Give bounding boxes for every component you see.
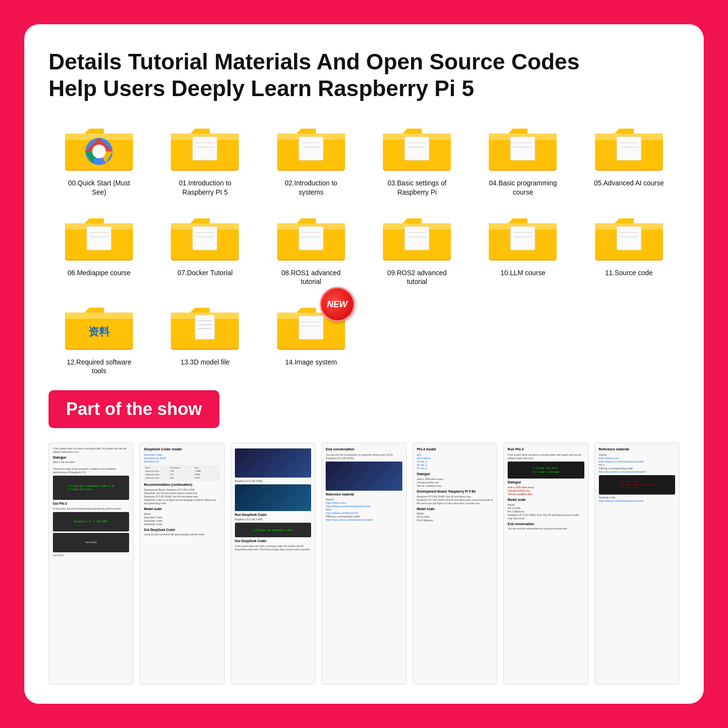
folder-item-f03[interactable]: 03.Basic settings of Raspberry Pi: [366, 116, 467, 196]
folder-label-f09: 09.ROS2 advanced tutorial: [378, 268, 456, 286]
svg-rect-18: [87, 227, 111, 250]
folder-icon-f06: [60, 206, 138, 265]
folder-item-f02[interactable]: 02.Introduction to systems: [261, 116, 362, 196]
folder-icon-f04: [484, 116, 562, 175]
folder-item-f01[interactable]: 01.Introduction to Raspberry PI 5: [154, 116, 255, 196]
folder-label-f12: 12.Required software tools: [60, 358, 138, 375]
svg-rect-15: [617, 137, 641, 160]
folder-item-f06[interactable]: 06.Mediapipe course: [49, 206, 149, 286]
svg-rect-6: [299, 137, 323, 160]
doc-page-7: Reference material Ollamahttps://ollama.…: [595, 443, 679, 685]
folder-icon-f09: [378, 206, 456, 265]
folder-label-f04: 04.Basic programming course: [484, 179, 562, 196]
folder-icon-f08: [272, 206, 350, 265]
folders-grid: 00.Quick Start (Must See) 01.Introductio…: [49, 116, 679, 375]
part-of-show-banner: Part of the show: [49, 390, 219, 428]
folder-item-f05[interactable]: 05.Advanced AI course: [579, 116, 679, 196]
folder-icon-f13: [166, 296, 244, 354]
folder-icon-f02: [272, 116, 350, 175]
documents-row: If the system does not have a running mo…: [49, 443, 679, 685]
folder-item-f10[interactable]: 10.LLM course: [472, 206, 573, 286]
folder-icon-f07: [166, 206, 244, 265]
folder-label-f02: 02.Introduction to systems: [272, 179, 350, 196]
folder-label-f14: 14.Image system: [285, 358, 337, 366]
new-badge: NEW: [320, 287, 355, 322]
folder-label-f00: 00.Quick Start (Must See): [60, 179, 138, 196]
folder-item-f13[interactable]: 13.3D model file: [154, 296, 255, 375]
folder-label-f03: 03.Basic settings of Raspberry Pi: [378, 179, 456, 196]
folder-label-f01: 01.Introduction to Raspberry PI 5: [166, 179, 244, 196]
title-line2: Help Users Deeply Learn Raspberry Pi 5: [49, 76, 474, 101]
folder-item-f07[interactable]: 07.Docker Tutorial: [154, 206, 255, 286]
svg-rect-9: [405, 137, 429, 160]
folder-label-f10: 10.LLM course: [500, 268, 546, 277]
folder-icon-f10: [484, 206, 562, 265]
main-card: Details Tutorial Materials And Open Sour…: [24, 24, 704, 704]
folder-item-f09[interactable]: 09.ROS2 advanced tutorial: [366, 206, 467, 286]
folder-label-f07: 07.Docker Tutorial: [178, 268, 233, 277]
page-title: Details Tutorial Materials And Open Sour…: [49, 49, 679, 102]
folder-icon-f12: 资料: [60, 296, 138, 354]
svg-rect-12: [511, 137, 535, 160]
svg-rect-21: [193, 227, 217, 250]
doc-page-1: If the system does not have a running mo…: [49, 443, 133, 685]
folder-icon-f00: [60, 116, 138, 175]
folder-label-f06: 06.Mediapipe course: [67, 268, 131, 277]
doc-page-3: Raspberry Pi 5 (8G RAM): Run DeepSeek Co…: [231, 443, 315, 685]
banner-text: Part of the show: [66, 399, 202, 419]
svg-rect-27: [405, 227, 429, 250]
folder-icon-f14: NEW: [272, 296, 350, 354]
folder-label-f11: 11.Source code: [605, 268, 653, 277]
folder-item-f04[interactable]: 04.Basic programming course: [472, 116, 573, 196]
folder-item-f00[interactable]: 00.Quick Start (Must See): [49, 116, 149, 196]
svg-rect-41: [299, 316, 323, 339]
folder-label-f08: 08.ROS1 advanced tutorial: [272, 268, 350, 286]
doc-page-2: DeepSeek Coder model DeepSeek CoderDeepS…: [139, 443, 224, 685]
doc-page-5: Phi-3 model phi3phi3:mediumSF link_pSF l…: [413, 443, 497, 685]
folder-item-f12[interactable]: 资料 12.Required software tools: [49, 296, 149, 375]
folder-item-f11[interactable]: 11.Source code: [579, 206, 679, 286]
svg-rect-33: [617, 227, 641, 250]
svg-rect-30: [511, 227, 535, 250]
folder-icon-f05: [590, 116, 668, 175]
folder-icon-f01: [166, 116, 244, 175]
folder-label-f13: 13.3D model file: [181, 358, 230, 366]
folder-label-f05: 05.Advanced AI course: [594, 179, 664, 187]
doc-page-6: Run Phi-3 If the system does not have a …: [503, 443, 588, 685]
svg-rect-37: [195, 315, 215, 339]
folder-item-f08[interactable]: 08.ROS1 advanced tutorial: [261, 206, 362, 286]
svg-text:资料: 资料: [88, 326, 110, 338]
svg-rect-24: [299, 227, 323, 250]
doc-page-4: End conversation You can end the convers…: [321, 443, 406, 685]
folder-icon-f03: [378, 116, 456, 175]
folder-icon-f11: [590, 206, 668, 265]
title-line1: Details Tutorial Materials And Open Sour…: [49, 49, 579, 74]
svg-rect-3: [193, 137, 217, 160]
folder-item-f14[interactable]: NEW14.Image system: [261, 296, 362, 375]
svg-point-2: [92, 145, 106, 158]
